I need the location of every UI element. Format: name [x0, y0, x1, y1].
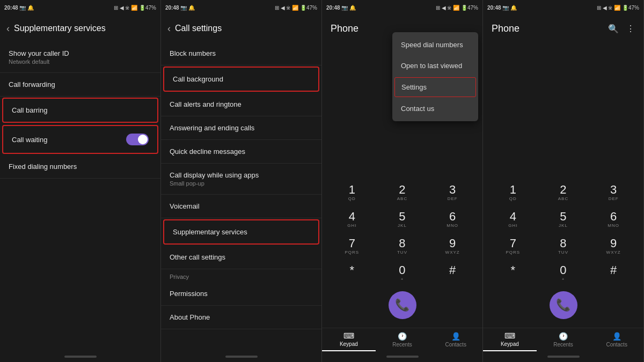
fixed-dialing-item[interactable]: Fixed dialing numbers [0, 155, 160, 179]
dial-key-6-4[interactable]: 6MNO [589, 206, 638, 232]
dial-key-3[interactable]: 3DEF [428, 180, 477, 205]
dial-key-6[interactable]: 6MNO [428, 206, 477, 232]
more-icon-4[interactable]: ⋮ [626, 24, 635, 34]
call-button-row-3: 📞 [389, 291, 416, 319]
bottom-tabs-4: ⌨ Keypad 🕐 Recents 👤 Contacts [483, 328, 643, 351]
recents-icon-3: 🕐 [398, 332, 407, 341]
dial-key-7[interactable]: 7PQRS [327, 233, 377, 259]
call-waiting-item[interactable]: Call waiting [2, 125, 158, 154]
dial-grid-4: 1QD 2ABC 3DEF 4GHI 5JKL 6MNO 7PQRS 8TUV … [483, 180, 643, 286]
dial-key-9-4[interactable]: 9WXYZ [589, 233, 638, 259]
status-bar-3: 20:48 📷 🔔 ⊞ ◀ ※ 📶 🔋47% [322, 0, 482, 15]
call-waiting-title: Call waiting [12, 136, 47, 144]
tab-recents-label-3: Recents [392, 342, 412, 348]
panel-call-settings: 20:48 📷 🔔 ⊞ ◀ ※ 📶 🔋47% ‹ Call settings B… [161, 0, 322, 362]
permissions-item[interactable]: Permissions [161, 282, 321, 306]
caller-id-item[interactable]: Show your caller ID Network default [0, 42, 160, 73]
other-call-settings-item[interactable]: Other call settings [161, 246, 321, 269]
home-bar-4 [547, 356, 580, 358]
call-background-item[interactable]: Call background [163, 67, 319, 92]
dial-grid-3: 1QD 2ABC 3DEF 4GHI 5JKL 6MNO 7PQRS 8TUV … [322, 180, 482, 286]
dial-key-1[interactable]: 1QD [327, 180, 377, 205]
call-forwarding-title: Call forwarding [9, 80, 152, 88]
dial-key-4-4[interactable]: 4GHI [488, 206, 538, 232]
dial-key-hash[interactable]: # [428, 260, 477, 286]
status-time-4: 20:48 📷 🔔 [487, 5, 517, 11]
tab-contacts-4[interactable]: 👤 Contacts [590, 328, 643, 351]
tab-keypad-3[interactable]: ⌨ Keypad [322, 328, 376, 351]
call-display-item[interactable]: Call display while using apps Small pop-… [161, 164, 321, 195]
quick-decline-item[interactable]: Quick decline messages [161, 140, 321, 164]
dial-key-8[interactable]: 8TUV [378, 233, 427, 259]
home-bar-2 [225, 356, 258, 358]
open-last-viewed-menu-item[interactable]: Open to last viewed [392, 55, 478, 76]
about-phone-item[interactable]: About Phone [161, 306, 321, 329]
page-title-2: Call settings [175, 24, 222, 33]
top-bar-1: ‹ Supplementary services [0, 15, 160, 42]
tab-keypad-4[interactable]: ⌨ Keypad [483, 328, 537, 351]
search-icon-4[interactable]: 🔍 [608, 24, 619, 34]
status-icons-3: ⊞ ◀ ※ 📶 🔋47% [436, 5, 478, 11]
call-waiting-row: Call waiting [12, 134, 149, 145]
contact-us-menu-item[interactable]: Contact us [392, 98, 478, 119]
dial-key-1-4[interactable]: 1QD [488, 180, 538, 205]
home-bar-3 [386, 356, 419, 358]
panel-supplementary-services: 20:48 📷 🔔 ⊞ ◀ ※ 📶 🔋47% ‹ Supplementary s… [0, 0, 161, 362]
dial-key-0-4[interactable]: 0+ [539, 260, 588, 286]
answering-calls-item[interactable]: Answering and ending calls [161, 116, 321, 140]
dial-key-star[interactable]: * [327, 260, 377, 286]
call-button-3[interactable]: 📞 [389, 291, 416, 319]
permissions-title: Permissions [170, 290, 313, 298]
quick-decline-title: Quick decline messages [170, 147, 313, 156]
speed-dial-menu-item[interactable]: Speed dial numbers [392, 34, 478, 55]
page-title-1: Supplementary services [14, 24, 106, 33]
dial-key-3-4[interactable]: 3DEF [589, 180, 638, 205]
dial-key-5[interactable]: 5JKL [378, 206, 427, 232]
dial-key-8-4[interactable]: 8TUV [539, 233, 588, 259]
call-forwarding-item[interactable]: Call forwarding [0, 73, 160, 97]
recents-icon-4: 🕐 [559, 332, 568, 341]
dial-key-0[interactable]: 0+ [378, 260, 427, 286]
voicemail-item[interactable]: Voicemail [161, 195, 321, 218]
status-bar-4: 20:48 📷 🔔 ⊞ ◀ ※ 📶 🔋47% [483, 0, 643, 15]
panel-phone-dialer-menu: 20:48 📷 🔔 ⊞ ◀ ※ 📶 🔋47% Phone Speed dial … [322, 0, 483, 362]
dial-key-hash-4[interactable]: # [589, 260, 638, 286]
call-display-sub: Small pop-up [170, 180, 313, 187]
supplementary-services-item[interactable]: Supplementary services [163, 219, 319, 245]
call-waiting-toggle[interactable] [126, 134, 149, 145]
back-button-2[interactable]: ‹ [167, 23, 171, 34]
dialer-area-4: 1QD 2ABC 3DEF 4GHI 5JKL 6MNO 7PQRS 8TUV … [483, 42, 643, 328]
settings-list-1: Show your caller ID Network default Call… [0, 42, 160, 351]
status-bar-2: 20:48 📷 🔔 ⊞ ◀ ※ 📶 🔋47% [161, 0, 321, 15]
block-numbers-item[interactable]: Block numbers [161, 42, 321, 65]
call-button-4[interactable]: 📞 [550, 291, 577, 319]
settings-list-2: Block numbers Call background Call alert… [161, 42, 321, 351]
call-barring-item[interactable]: Call barring [2, 98, 158, 123]
home-indicator-2 [161, 351, 321, 362]
dial-key-star-4[interactable]: * [488, 260, 538, 286]
back-button-1[interactable]: ‹ [6, 23, 10, 34]
tab-recents-3[interactable]: 🕐 Recents [376, 328, 429, 351]
dial-key-7-4[interactable]: 7PQRS [488, 233, 538, 259]
dial-key-4[interactable]: 4GHI [327, 206, 377, 232]
dial-key-2[interactable]: 2ABC [378, 180, 427, 205]
call-alerts-item[interactable]: Call alerts and ringtone [161, 93, 321, 116]
dial-key-9[interactable]: 9WXYZ [428, 233, 477, 259]
call-barring-title: Call barring [12, 106, 149, 114]
phone-label-3: Phone [331, 23, 358, 34]
tab-recents-4[interactable]: 🕐 Recents [537, 328, 590, 351]
fixed-dialing-title: Fixed dialing numbers [9, 162, 152, 171]
home-indicator-4 [483, 351, 643, 362]
settings-menu-item[interactable]: Settings [394, 77, 476, 97]
dial-key-2-4[interactable]: 2ABC [539, 180, 588, 205]
supplementary-services-title: Supplementary services [173, 228, 310, 236]
tab-contacts-3[interactable]: 👤 Contacts [429, 328, 482, 351]
about-phone-title: About Phone [170, 313, 313, 321]
voicemail-title: Voicemail [170, 202, 313, 210]
phone-header-icons-4: 🔍 ⋮ [608, 24, 635, 34]
dial-key-5-4[interactable]: 5JKL [539, 206, 588, 232]
home-indicator-1 [0, 351, 160, 362]
keypad-icon-4: ⌨ [504, 331, 515, 340]
bottom-tabs-3: ⌨ Keypad 🕐 Recents 👤 Contacts [322, 328, 482, 351]
phone-label-4: Phone [492, 23, 519, 34]
